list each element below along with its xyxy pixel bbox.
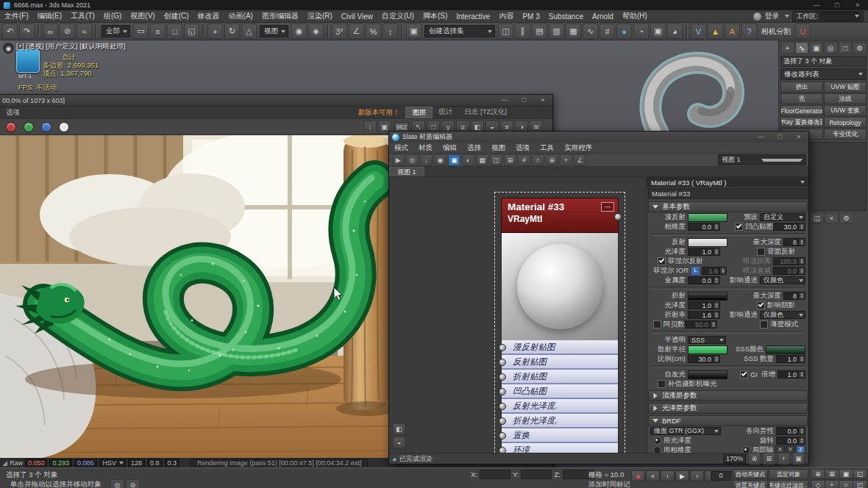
slate-menu-item[interactable]: 选择 xyxy=(462,143,486,153)
configure-modifier-sets-icon[interactable]: ⚙ xyxy=(839,212,853,223)
rollout-header[interactable]: 光泽层参数 xyxy=(648,403,808,414)
color-picker-icon[interactable]: ◢ xyxy=(2,459,7,467)
render-production-icon[interactable]: ◕ xyxy=(667,24,683,39)
color-swatch[interactable] xyxy=(688,213,728,222)
maximize-button[interactable]: □ xyxy=(514,96,533,105)
redo-icon[interactable]: ↷ xyxy=(19,24,35,39)
dropdown[interactable]: 仅颜色 xyxy=(760,276,805,284)
show-grid-icon[interactable]: ▦ xyxy=(476,154,488,166)
menu-item[interactable]: 创建(C) xyxy=(160,10,193,22)
number-field[interactable]: 0.0 xyxy=(688,223,720,231)
modifier-button[interactable]: Retopology xyxy=(824,117,867,128)
select-tool-icon[interactable]: ▶ xyxy=(392,154,405,166)
percent-snap-icon[interactable]: % xyxy=(366,24,381,39)
rollout-header[interactable]: BRDF xyxy=(648,415,808,426)
number-field[interactable]: 1.0 xyxy=(778,370,805,378)
spinner-icon[interactable] xyxy=(798,428,805,434)
assign-material-icon[interactable]: ◉ xyxy=(434,154,447,166)
warning-icon[interactable]: ▲ xyxy=(708,24,723,39)
slate-menu-item[interactable]: 材质 xyxy=(413,143,438,153)
slate-menu-item[interactable]: 实用程序 xyxy=(559,143,597,153)
menu-item[interactable]: 视图(V) xyxy=(126,10,159,22)
spinner-icon[interactable] xyxy=(798,356,805,362)
login-button[interactable]: 登录 xyxy=(764,11,779,21)
select-manipulate-icon[interactable]: ◈ xyxy=(308,24,324,39)
select-rotate-icon[interactable]: ↻ xyxy=(224,24,240,39)
slate-menu-item[interactable]: 工具 xyxy=(535,143,559,153)
material-preview[interactable] xyxy=(501,233,619,340)
spinner-icon[interactable] xyxy=(798,293,805,299)
number-field[interactable]: 0.0 xyxy=(688,276,720,284)
number-field[interactable]: 1.6 xyxy=(688,311,720,319)
zoom-level[interactable]: 170% xyxy=(723,454,746,464)
slot-connector-icon[interactable] xyxy=(499,403,506,410)
radio-button[interactable]: 用光泽度 xyxy=(653,436,691,445)
isolate-node-icon[interactable]: ○ xyxy=(532,154,544,166)
material-slot[interactable]: 反射光泽度. xyxy=(502,399,618,414)
select-link-icon[interactable]: ∞ xyxy=(43,24,58,39)
viewport-label[interactable]: [+] [透视] [用户定义] [默认明暗处理] xyxy=(16,42,126,51)
edit-named-selections-icon[interactable]: ▣ xyxy=(406,24,421,39)
menu-item[interactable]: 动画(A) xyxy=(224,10,257,22)
menu-item[interactable]: Civil View xyxy=(337,10,377,22)
number-field[interactable]: 0.0 xyxy=(773,267,805,275)
next-frame-icon[interactable]: › xyxy=(690,470,704,481)
color-swatch[interactable] xyxy=(688,370,728,379)
rendered-frame-window-icon[interactable]: ▣ xyxy=(650,24,666,39)
minimize-button[interactable]: — xyxy=(495,96,514,105)
unlink-selection-icon[interactable]: ⊘ xyxy=(60,24,75,39)
canvas-zoom-icon[interactable]: ⊕ xyxy=(748,453,761,464)
maximize-button[interactable]: □ xyxy=(770,132,789,142)
vfb-options-menu[interactable]: 选项 xyxy=(0,108,26,118)
view-tab[interactable]: 视图 1 xyxy=(389,167,424,176)
dropdown[interactable]: 自定义 xyxy=(760,213,805,221)
pivot-center-icon[interactable]: ◉ xyxy=(291,24,307,39)
slate-menu-item[interactable]: 选项 xyxy=(511,143,535,153)
make-unique-icon[interactable]: ◫ xyxy=(810,212,824,223)
menu-item[interactable]: Interactive xyxy=(452,10,494,22)
eye-icon[interactable]: ◉ xyxy=(3,43,14,54)
canvas-zoom-extents-icon[interactable]: ▣ xyxy=(792,453,805,464)
axis-button[interactable]: X xyxy=(775,445,785,453)
modifier-button[interactable]: FloorGenerator xyxy=(780,105,823,116)
dropdown[interactable]: 微面 GTR (GGX) xyxy=(650,427,721,435)
utilities-tab-icon[interactable]: ⚙ xyxy=(853,42,867,54)
layer-manager-icon[interactable]: ▥ xyxy=(549,24,564,39)
frame-number-field[interactable]: 0 xyxy=(711,471,731,481)
select-move-icon[interactable]: + xyxy=(207,24,223,39)
close-button[interactable]: × xyxy=(789,132,808,142)
material-node-header[interactable]: Material #33 VRayMtl — xyxy=(501,198,619,233)
select-by-name-icon[interactable]: ≡ xyxy=(150,24,166,39)
material-editor-icon[interactable]: ● xyxy=(616,24,632,39)
rectangular-region-icon[interactable]: □ xyxy=(167,24,182,39)
menu-item[interactable]: 编辑(E) xyxy=(33,10,66,22)
zoom-tool-icon[interactable]: ⊕ xyxy=(546,154,558,166)
menu-item[interactable]: 文件(F) xyxy=(0,10,33,22)
number-field[interactable]: 30.0 xyxy=(773,223,805,231)
checkbox[interactable]: 补偿摄影机曝光 xyxy=(658,379,717,389)
red-channel-icon[interactable] xyxy=(6,122,16,132)
modifier-button[interactable]: 挤出 xyxy=(780,82,823,93)
material-slot[interactable]: 反射贴图 xyxy=(502,355,618,370)
snaps-toggle-icon[interactable]: 3° xyxy=(332,24,347,39)
x-coordinate-field[interactable] xyxy=(480,470,511,479)
parameter-panel-header[interactable]: Material #33 ( VRayMtl ) xyxy=(647,177,808,187)
node-canvas[interactable]: Material #33 VRayMtl — 漫反射贴图反射贴图折射贴图凹凸贴图… xyxy=(389,177,647,453)
rollout-header[interactable]: 清漆层参数 xyxy=(648,390,808,401)
spinner-icon[interactable] xyxy=(798,223,805,230)
alpha-channel-icon[interactable] xyxy=(59,122,69,132)
vfb-tab[interactable]: 统计 xyxy=(433,107,458,117)
schematic-view-icon[interactable]: # xyxy=(600,24,615,39)
spinner-icon[interactable] xyxy=(713,277,719,284)
spinner-icon[interactable] xyxy=(710,321,716,328)
workspace-combo[interactable] xyxy=(820,12,860,21)
pixel-mode-dropdown[interactable]: HSV xyxy=(99,459,127,468)
color-swatch[interactable] xyxy=(766,345,805,354)
minimize-button[interactable]: — xyxy=(751,132,770,142)
select-object-icon[interactable]: ▭ xyxy=(133,24,149,39)
axis-button[interactable]: Y xyxy=(786,445,795,453)
named-selection-set-field[interactable]: 创建选择集 xyxy=(424,25,495,37)
axis-button[interactable]: Z xyxy=(796,445,805,453)
number-field[interactable]: 1.6 xyxy=(702,267,727,275)
gray-dragon-model[interactable] xyxy=(620,40,778,133)
